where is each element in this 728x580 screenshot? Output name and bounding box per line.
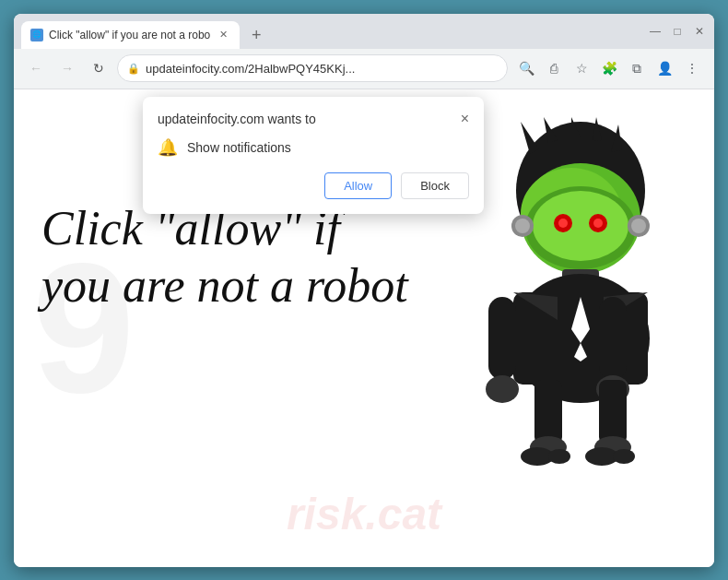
title-bar: 🌐 Click "allow" if you are not a robo ✕ … — [14, 14, 714, 49]
bell-icon: 🔔 — [158, 137, 178, 158]
popup-close-button[interactable]: × — [461, 112, 469, 126]
svg-point-9 — [533, 191, 628, 261]
popup-notification-row: 🔔 Show notifications — [158, 137, 469, 158]
toolbar-icons: 🔍 ⎙ ☆ 🧩 ⧉ 👤 ⋮ — [513, 55, 705, 81]
page-content: 9 risk.cat Click "allow" if you are not … — [14, 89, 714, 567]
tab-favicon: 🌐 — [30, 29, 43, 41]
back-button[interactable]: ← — [23, 55, 49, 81]
tab-area: 🌐 Click "allow" if you are not a robo ✕ … — [21, 14, 640, 49]
active-tab[interactable]: 🌐 Click "allow" if you are not a robo ✕ — [21, 21, 240, 49]
bookmark-icon[interactable]: ☆ — [569, 55, 594, 81]
lock-icon: 🔒 — [127, 63, 140, 75]
popup-title: updateinfocity.com wants to — [158, 112, 316, 126]
svg-point-32 — [548, 449, 570, 464]
svg-marker-1 — [521, 122, 539, 154]
share-icon[interactable]: ⎙ — [541, 55, 567, 81]
allow-button[interactable]: Allow — [324, 172, 392, 199]
svg-point-26 — [486, 375, 519, 403]
tab-close-button[interactable]: ✕ — [216, 28, 230, 42]
main-page-text: Click "allow" if you are not a robot — [41, 200, 410, 315]
window-controls: — □ ✕ — [648, 24, 707, 39]
menu-icon[interactable]: ⋮ — [679, 55, 705, 81]
svg-rect-33 — [599, 380, 627, 444]
svg-point-15 — [515, 219, 530, 233]
forward-button[interactable]: → — [54, 55, 80, 81]
svg-point-13 — [593, 219, 603, 228]
close-button[interactable]: ✕ — [692, 24, 707, 39]
toolbar: ← → ↻ 🔒 updateinfocity.com/2HalbwPQY45KK… — [14, 49, 714, 89]
popup-header: updateinfocity.com wants to × — [158, 112, 469, 126]
refresh-button[interactable]: ↻ — [86, 55, 112, 81]
notification-popup: updateinfocity.com wants to × 🔔 Show not… — [143, 97, 484, 214]
svg-point-17 — [631, 219, 646, 233]
new-tab-button[interactable]: + — [243, 23, 269, 49]
block-button[interactable]: Block — [401, 172, 469, 199]
address-bar[interactable]: 🔒 updateinfocity.com/2HalbwPQY45KKj... — [117, 54, 508, 82]
maximize-button[interactable]: □ — [670, 24, 685, 39]
search-icon[interactable]: 🔍 — [513, 55, 539, 81]
profile-icon[interactable]: 👤 — [652, 55, 677, 81]
svg-point-11 — [558, 219, 568, 228]
watermark-brand: risk.cat — [287, 489, 441, 539]
tab-title: Click "allow" if you are not a robo — [49, 29, 210, 41]
popup-buttons: Allow Block — [158, 172, 469, 199]
split-screen-icon[interactable]: ⧉ — [624, 55, 650, 81]
svg-point-36 — [613, 449, 635, 464]
browser-window: 🌐 Click "allow" if you are not a robo ✕ … — [14, 14, 714, 567]
url-text: updateinfocity.com/2HalbwPQY45KKj... — [146, 62, 498, 76]
svg-rect-29 — [534, 380, 562, 444]
extensions-icon[interactable]: 🧩 — [596, 55, 622, 81]
svg-rect-25 — [488, 297, 516, 380]
minimize-button[interactable]: — — [648, 24, 663, 39]
svg-rect-27 — [599, 297, 627, 380]
notification-label: Show notifications — [187, 140, 291, 155]
